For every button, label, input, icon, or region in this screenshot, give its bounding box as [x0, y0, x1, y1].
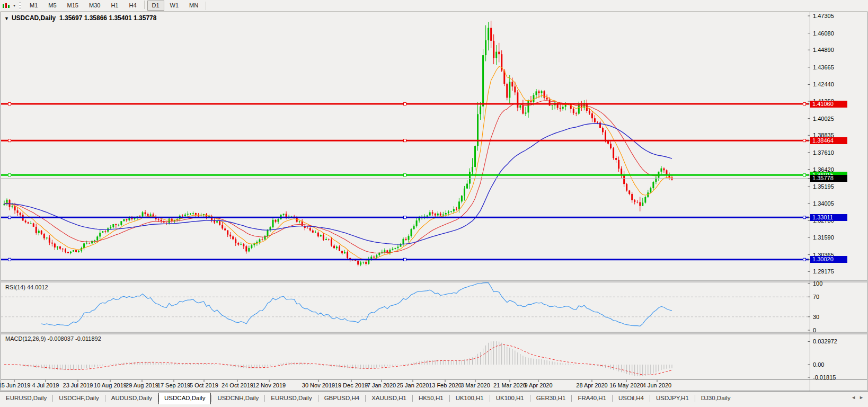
symbol-tab-USDJPY-H1[interactable]: USDJPY,H1: [650, 393, 695, 404]
timeframe-button-D1[interactable]: D1: [147, 1, 164, 11]
chart-title: ▼USDCAD,Daily 1.35697 1.35866 1.35401 1.…: [4, 14, 156, 22]
rsi-axis-tick-30: 30: [813, 314, 819, 320]
date-axis-label: 28 Apr 2020: [576, 382, 607, 388]
level-line-handle[interactable]: [803, 103, 806, 105]
chart-type-dropdown-caret-icon[interactable]: ▾: [13, 3, 15, 8]
level-line-handle[interactable]: [404, 258, 406, 261]
macd-axis-tick-0.00: 0.00: [813, 361, 824, 368]
date-axis-label: 4 Jun 2020: [643, 382, 671, 388]
chart-type-icon[interactable]: [2, 2, 13, 10]
timeframe-button-H4[interactable]: H4: [124, 1, 141, 11]
date-axis-label: 10 Aug 2019: [94, 382, 127, 388]
mt4-window: ▾ M1M5M15M30H1H4D1W1MN ▼USDCAD,Daily 1.3…: [0, 0, 868, 407]
date-axis-label: 15 Jun 2019: [0, 382, 30, 388]
level-line-handle[interactable]: [404, 174, 406, 176]
symbol-tab-DJ30-Daily[interactable]: DJ30,Daily: [695, 393, 737, 404]
date-axis-label: 21 Mar 2020: [493, 382, 526, 388]
chart-title-ohlc: 1.35697 1.35866 1.35401 1.35778: [59, 14, 157, 22]
date-axis-label: 7 Jan 2020: [367, 382, 396, 388]
date-axis-label: 23 Jul 2019: [63, 382, 93, 388]
date-axis-label: 16 May 2020: [609, 382, 643, 388]
symbol-tab-EURUSD-Daily[interactable]: EURUSD,Daily: [265, 393, 317, 404]
timeframe-button-M15[interactable]: M15: [63, 1, 83, 11]
date-axis-label: 19 Dec 2019: [335, 382, 368, 388]
price-badge-1.41060: 1.41060: [810, 101, 847, 108]
symbol-tab-USDCHF-Daily[interactable]: USDCHF,Daily: [53, 393, 104, 404]
price-axis-tick-1.43665: 1.43665: [813, 64, 834, 70]
timeframe-button-MN[interactable]: MN: [184, 1, 203, 11]
symbol-tab-UK100-H1[interactable]: UK100,H1: [490, 393, 530, 404]
tabs-scroll-right-icon[interactable]: ►: [859, 395, 864, 400]
toolbar-separator: [206, 2, 206, 10]
timeframe-button-M5[interactable]: M5: [43, 1, 61, 11]
price-badge-1.30020: 1.30020: [810, 256, 847, 263]
symbol-tab-USDCNH-Daily[interactable]: USDCNH,Daily: [211, 393, 264, 404]
level-line-handle[interactable]: [803, 174, 806, 176]
price-axis-tick-1.35195: 1.35195: [813, 183, 834, 190]
price-axis-tick-1.42440: 1.42440: [813, 81, 834, 87]
price-axis-tick-1.37610: 1.37610: [813, 149, 834, 156]
price-badge-1.38464: 1.38464: [810, 137, 847, 144]
timeframe-button-H1[interactable]: H1: [106, 1, 123, 11]
symbol-tabs: EURUSD,DailyUSDCHF,DailyAUDUSD,DailyUSDC…: [0, 393, 736, 404]
rsi-axis-tick-0: 0: [813, 327, 816, 333]
price-axis-tick-1.44890: 1.44890: [813, 47, 834, 53]
price-axis-tick-1.29175: 1.29175: [813, 268, 834, 275]
date-axis-label: 17 Sep 2019: [157, 382, 190, 388]
date-axis-label: 12 Nov 2019: [253, 382, 286, 388]
date-axis-label: 9 Apr 2020: [524, 382, 552, 388]
symbol-tab-bar: EURUSD,DailyUSDCHF,DailyAUDUSD,DailyUSDC…: [0, 391, 868, 407]
level-line-handle[interactable]: [8, 174, 11, 176]
timeframe-buttons: M1M5M15M30H1H4D1W1MN: [24, 1, 203, 11]
level-line-handle[interactable]: [803, 258, 806, 261]
symbol-tab-XAUUSD-H1[interactable]: XAUUSD,H1: [366, 393, 412, 404]
date-axis-label: 30 Nov 2019: [302, 382, 335, 388]
symbol-tab-GER30-H1[interactable]: GER30,H1: [530, 393, 572, 404]
price-badge-1.35778: 1.35778: [810, 175, 847, 182]
timeframe-button-M30[interactable]: M30: [84, 1, 105, 11]
date-axis-label: 5 Oct 2019: [190, 382, 218, 388]
level-line-handle[interactable]: [8, 258, 11, 261]
symbol-tab-AUDUSD-Daily[interactable]: AUDUSD,Daily: [105, 393, 158, 404]
symbol-tab-UK100-H1[interactable]: UK100,H1: [450, 393, 490, 404]
macd-axis-tick-0.032972: 0.032972: [813, 338, 837, 344]
tabs-scroll-left-icon[interactable]: ◄: [851, 395, 856, 400]
symbol-tab-HK50-H1[interactable]: HK50,H1: [413, 393, 449, 404]
timeframe-button-M1[interactable]: M1: [25, 1, 42, 11]
price-axis-tick-1.40025: 1.40025: [813, 116, 834, 122]
level-line-handle[interactable]: [803, 139, 806, 142]
toolbar-grip-handle[interactable]: [19, 2, 21, 10]
symbol-dropdown-triangle-icon[interactable]: ▼: [4, 16, 9, 21]
level-line-handle[interactable]: [803, 216, 806, 219]
level-line-handle[interactable]: [404, 103, 406, 105]
toolbar-separator: [144, 1, 145, 9]
symbol-tab-FRA40-H1[interactable]: FRA40,H1: [572, 393, 612, 404]
chart-title-symbol: USDCAD,Daily: [12, 14, 56, 22]
price-badge-1.33011: 1.33011: [810, 214, 847, 221]
rsi-axis-tick-70: 70: [813, 294, 819, 300]
symbol-tab-USDCAD-Daily[interactable]: USDCAD,Daily: [158, 393, 211, 404]
date-axis-label: 25 Jan 2020: [397, 382, 429, 388]
level-line-handle[interactable]: [8, 103, 11, 105]
rsi-indicator-label: RSI(14) 44.0012: [5, 284, 48, 290]
symbol-tab-GBPUSD-H4[interactable]: GBPUSD,H4: [318, 393, 365, 404]
price-axis-tick-1.31590: 1.31590: [813, 234, 834, 241]
level-line-handle[interactable]: [404, 139, 406, 142]
level-line-handle[interactable]: [8, 216, 11, 219]
timeframe-button-W1[interactable]: W1: [165, 1, 184, 11]
date-axis-label: 29 Aug 2019: [126, 382, 158, 388]
symbol-tab-USOil-H4[interactable]: USOil,H4: [613, 393, 650, 404]
symbol-tab-EURUSD-Daily[interactable]: EURUSD,Daily: [0, 393, 52, 404]
date-axis-label: 24 Oct 2019: [222, 382, 253, 388]
level-line-handle[interactable]: [8, 139, 11, 142]
level-line-handle[interactable]: [404, 216, 406, 219]
price-axis-tick-1.46080: 1.46080: [813, 30, 834, 37]
macd-indicator-label: MACD(12,26,9) -0.008037 -0.011892: [5, 335, 101, 342]
date-axis-label: 3 Mar 2020: [460, 382, 490, 388]
rsi-axis-tick-100: 100: [813, 280, 822, 287]
timeframe-toolbar: ▾ M1M5M15M30H1H4D1W1MN: [0, 0, 868, 12]
price-axis-tick-1.47305: 1.47305: [813, 13, 834, 19]
date-axis-label: 4 Jul 2019: [32, 382, 59, 388]
macd-axis-tick--0.01815: -0.01815: [813, 374, 836, 381]
chart-canvas[interactable]: [0, 0, 868, 407]
